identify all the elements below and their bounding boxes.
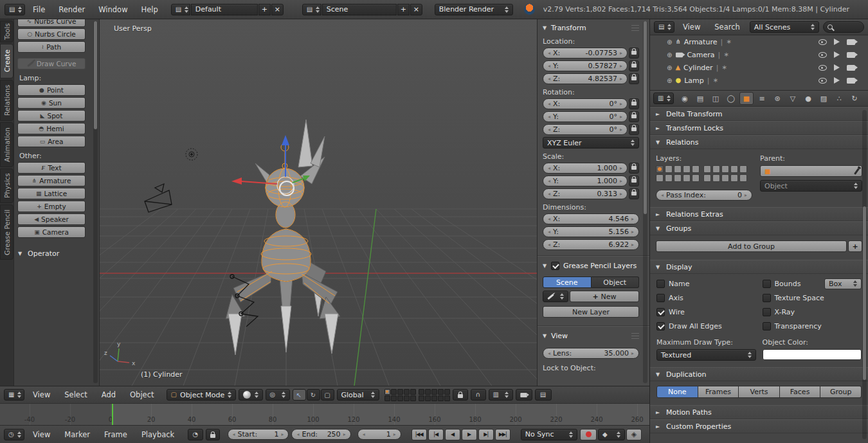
tab-create[interactable]: Create <box>0 44 14 78</box>
layer-cell[interactable] <box>703 174 711 182</box>
lock-to-scene-button[interactable] <box>453 389 468 401</box>
viewport-layer-cell[interactable] <box>410 389 416 395</box>
layout-name-field[interactable]: Default <box>191 4 258 15</box>
menu-select[interactable]: Select <box>59 390 93 399</box>
lens-field[interactable]: ◂Lens:35.000▸ <box>543 348 639 359</box>
parent-type-dropdown[interactable]: Object <box>760 180 862 192</box>
expand-icon[interactable]: ⊕ <box>667 51 672 59</box>
button-draw-curve[interactable]: Draw Curve <box>17 58 86 69</box>
layer-cell[interactable] <box>692 174 700 182</box>
jump-to-end-button[interactable]: ▶▶| <box>495 429 511 440</box>
tool-shelf-scrollbar[interactable] <box>93 21 98 383</box>
opengl-render-anim-button[interactable]: ▤ <box>535 389 552 401</box>
name-checkbox[interactable] <box>656 280 665 288</box>
layer-cell[interactable] <box>656 165 664 173</box>
layout-browse-button[interactable]: ▤ <box>171 4 190 15</box>
layer-cell[interactable] <box>692 165 700 173</box>
button-lamp-area[interactable]: ▭ Area <box>17 136 86 147</box>
lock-location-z-button[interactable] <box>629 73 639 84</box>
expand-icon[interactable]: ⊕ <box>667 64 672 71</box>
layer-cell[interactable] <box>730 174 738 182</box>
duplication-frames[interactable]: Frames <box>698 386 739 398</box>
layer-cell[interactable] <box>683 165 691 173</box>
button-add-lattice[interactable]: ▦ Lattice <box>17 188 86 199</box>
layer-cell[interactable] <box>665 174 673 182</box>
dimensions-x-field[interactable]: ◂X:4.546▸ <box>543 213 639 224</box>
tab-object-data[interactable]: ▽ <box>786 92 800 105</box>
menu-frame[interactable]: Frame <box>98 430 133 439</box>
menu-marker[interactable]: Marker <box>59 430 96 439</box>
scrollbar-thumb[interactable] <box>863 206 866 380</box>
layer-cell[interactable] <box>665 165 673 173</box>
axis-checkbox[interactable] <box>656 294 665 302</box>
tab-relations[interactable]: Relations <box>0 80 14 121</box>
expand-icon[interactable]: ⊕ <box>667 77 672 84</box>
menu-file[interactable]: File <box>27 5 51 14</box>
menu-help[interactable]: Help <box>136 5 164 14</box>
tab-animation[interactable]: Animation <box>0 122 14 167</box>
outliner-item-camera[interactable]: ⊕ Camera | ∗ <box>650 48 868 61</box>
selectability-toggle[interactable] <box>834 51 840 58</box>
menu-view[interactable]: View <box>27 430 56 439</box>
selectability-toggle[interactable] <box>834 39 840 45</box>
menu-window[interactable]: Window <box>93 5 133 14</box>
object-color-swatch[interactable] <box>763 349 862 360</box>
renderability-toggle[interactable] <box>847 65 855 71</box>
lock-scale-y-button[interactable] <box>629 176 639 186</box>
bounds-type-dropdown[interactable]: Box <box>824 278 862 289</box>
viewport-layer-cell[interactable] <box>419 389 424 395</box>
location-x-field[interactable]: ◂X:-0.07753▸ <box>543 48 628 59</box>
location-y-field[interactable]: ◂Y:0.57827▸ <box>543 60 628 71</box>
layer-cell[interactable] <box>739 165 747 173</box>
jump-to-start-button[interactable]: |◀◀ <box>411 429 427 440</box>
tab-particles[interactable]: ∴ <box>832 92 846 105</box>
viewport-layer-cell[interactable] <box>391 395 397 401</box>
scene-browse-button[interactable]: ▤ <box>302 4 321 15</box>
panel-motion-paths[interactable]: Motion Paths <box>650 405 868 419</box>
layer-cell[interactable] <box>712 165 720 173</box>
viewport-layer-cell[interactable] <box>397 389 403 395</box>
editor-type-button[interactable]: ▦ <box>4 389 24 401</box>
tab-physics[interactable]: ↻ <box>847 92 862 105</box>
lock-rotation-z-button[interactable] <box>629 124 639 135</box>
panel-relations-extras[interactable]: Relations Extras <box>650 207 868 221</box>
editor-type-button[interactable]: ◷ <box>4 429 24 440</box>
layer-cell[interactable] <box>721 174 729 182</box>
properties-scrollbar[interactable] <box>862 110 867 439</box>
pass-index-field[interactable]: ◂ Pass Index: 0 ▸ <box>656 190 752 201</box>
frame-end-field[interactable]: ◂ End: 250 ▸ <box>291 429 350 440</box>
view-panel-header[interactable]: View <box>543 330 639 341</box>
texture-space-checkbox[interactable] <box>763 294 771 302</box>
renderability-toggle[interactable] <box>847 78 855 84</box>
rotate-manipulator-button[interactable]: ↻ <box>307 389 320 401</box>
layer-cell[interactable] <box>674 174 682 182</box>
tab-render[interactable]: ◉ <box>678 92 692 105</box>
viewport-3d[interactable]: x y z User Persp (1) Cylinder <box>100 19 537 386</box>
button-lamp-hemi[interactable]: ◓ Hemi <box>17 123 86 134</box>
layer-cell[interactable] <box>683 174 691 182</box>
render-engine-dropdown[interactable]: Blender Render <box>435 4 513 15</box>
rotation-x-field[interactable]: ◂X:0°▸ <box>543 98 628 109</box>
visibility-toggle[interactable] <box>818 39 827 45</box>
add-to-group-button[interactable]: Add to Group <box>656 240 847 252</box>
xray-checkbox[interactable] <box>763 308 771 316</box>
scrollbar-thumb[interactable] <box>644 21 647 214</box>
snap-toggle-button[interactable]: ∩ <box>471 389 486 401</box>
selectability-toggle[interactable] <box>834 77 840 84</box>
parent-object-field[interactable]: ■ <box>760 165 862 177</box>
viewport-layer-cell[interactable] <box>391 389 397 395</box>
visibility-toggle[interactable] <box>818 52 827 58</box>
grease-pencil-panel-header[interactable]: Grease Pencil Layers <box>543 260 639 271</box>
n-panel-scrollbar[interactable] <box>643 21 647 383</box>
panel-transform-locks[interactable]: Transform Locks <box>650 121 868 135</box>
editor-type-button[interactable]: ▤ <box>5 4 25 15</box>
transform-panel-header[interactable]: Transform <box>543 23 639 33</box>
lock-scale-x-button[interactable] <box>629 163 639 174</box>
sync-mode-dropdown[interactable]: No Sync <box>521 429 577 440</box>
tab-material[interactable]: ● <box>801 92 815 105</box>
panel-delta-transform[interactable]: Delta Transform <box>650 107 868 121</box>
panel-custom-properties[interactable]: Custom Properties <box>650 419 868 433</box>
scene-name-field[interactable]: Scene <box>322 4 397 15</box>
orientation-dropdown[interactable]: Global <box>337 389 379 401</box>
layer-cell[interactable] <box>703 165 711 173</box>
